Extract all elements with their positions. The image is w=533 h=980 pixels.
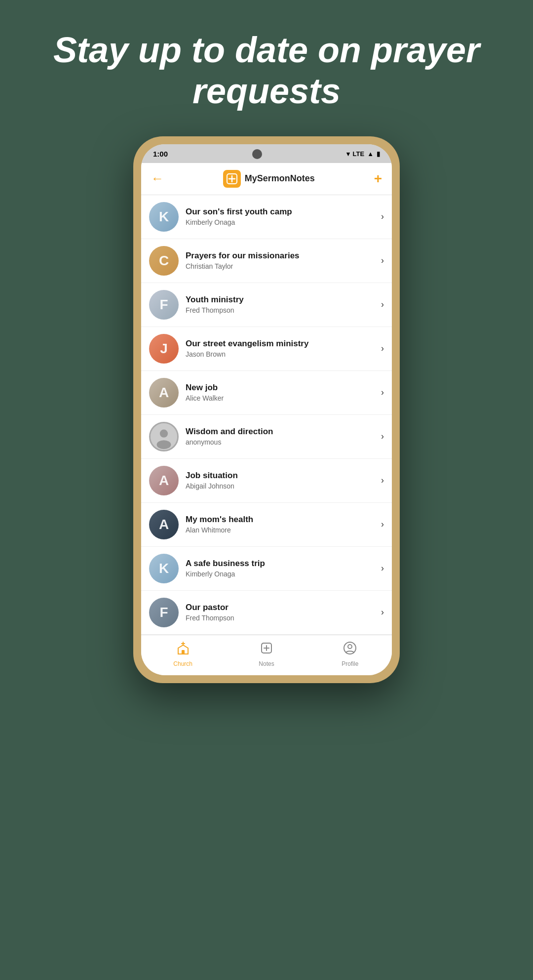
prayer-title: Wisdom and direction — [186, 427, 377, 437]
app-logo: MySermonNotes — [223, 170, 315, 188]
nav-label-church: Church — [173, 660, 192, 667]
prayer-list-item[interactable]: K A safe business trip Kimberly Onaga › — [141, 547, 392, 591]
camera — [252, 149, 262, 159]
lte-label: LTE — [353, 150, 365, 158]
prayer-list-item[interactable]: Wisdom and direction anonymous › — [141, 415, 392, 459]
prayer-author: Kimberly Onaga — [186, 570, 377, 578]
add-button[interactable]: + — [374, 171, 382, 187]
prayer-title: My mom's health — [186, 515, 377, 525]
prayer-title: Our son's first youth camp — [186, 207, 377, 217]
prayer-list-item[interactable]: J Our street evangelism ministry Jason B… — [141, 327, 392, 371]
prayer-author: Alan Whitmore — [186, 526, 377, 534]
svg-point-7 — [348, 645, 352, 649]
prayer-text: Prayers for our missionaries Christian T… — [186, 251, 377, 270]
prayer-author: Fred Thompson — [186, 306, 377, 314]
avatar: F — [149, 598, 179, 627]
chevron-right-icon: › — [381, 475, 384, 486]
prayer-list-item[interactable]: C Prayers for our missionaries Christian… — [141, 239, 392, 283]
prayer-author: Kimberly Onaga — [186, 218, 377, 226]
prayer-text: New job Alice Walker — [186, 383, 377, 402]
avatar — [149, 422, 179, 451]
prayer-text: Our street evangelism ministry Jason Bro… — [186, 339, 377, 358]
prayer-title: Youth ministry — [186, 295, 377, 305]
prayer-title: A safe business trip — [186, 559, 377, 569]
prayer-text: Youth ministry Fred Thompson — [186, 295, 377, 314]
app-header: ← MySermonNotes + — [141, 163, 392, 195]
profile-icon — [343, 641, 357, 658]
prayer-list-item[interactable]: A My mom's health Alan Whitmore › — [141, 503, 392, 547]
prayer-list-item[interactable]: A Job situation Abigail Johnson › — [141, 459, 392, 503]
phone-device: 1:00 ▾ LTE ▲ ▮ ← MySermonNotes — [133, 136, 400, 683]
chevron-right-icon: › — [381, 255, 384, 266]
chevron-right-icon: › — [381, 563, 384, 573]
avatar: K — [149, 202, 179, 232]
prayer-list-item[interactable]: K Our son's first youth camp Kimberly On… — [141, 195, 392, 239]
prayer-text: My mom's health Alan Whitmore — [186, 515, 377, 534]
prayer-title: New job — [186, 383, 377, 393]
back-button[interactable]: ← — [151, 171, 164, 186]
svg-rect-4 — [182, 650, 185, 654]
prayer-text: A safe business trip Kimberly Onaga — [186, 559, 377, 578]
avatar: A — [149, 378, 179, 408]
avatar: C — [149, 246, 179, 276]
prayer-author: anonymous — [186, 438, 377, 446]
prayer-author: Alice Walker — [186, 394, 377, 402]
notes-icon — [260, 641, 273, 658]
nav-label-profile: Profile — [342, 660, 358, 667]
nav-item-profile[interactable]: Profile — [308, 641, 392, 667]
wifi-icon: ▾ — [346, 150, 350, 158]
chevron-right-icon: › — [381, 431, 384, 442]
signal-icon: ▲ — [367, 150, 374, 158]
prayer-title: Our pastor — [186, 603, 377, 612]
avatar: F — [149, 290, 179, 320]
prayer-author: Christian Taylor — [186, 262, 377, 270]
chevron-right-icon: › — [381, 607, 384, 617]
church-icon — [176, 641, 190, 658]
prayer-list: K Our son's first youth camp Kimberly On… — [141, 195, 392, 635]
chevron-right-icon: › — [381, 299, 384, 310]
avatar: J — [149, 334, 179, 364]
prayer-text: Wisdom and direction anonymous — [186, 427, 377, 446]
bottom-nav: Church Notes Profile — [141, 635, 392, 675]
nav-label-notes: Notes — [259, 660, 274, 667]
status-icons: ▾ LTE ▲ ▮ — [346, 150, 380, 158]
status-bar: 1:00 ▾ LTE ▲ ▮ — [141, 144, 392, 163]
svg-point-3 — [157, 440, 171, 449]
svg-point-2 — [160, 429, 168, 437]
hero-title: Stay up to date on prayer requests — [0, 0, 533, 136]
avatar: A — [149, 510, 179, 539]
chevron-right-icon: › — [381, 211, 384, 222]
prayer-title: Our street evangelism ministry — [186, 339, 377, 349]
prayer-author: Jason Brown — [186, 350, 377, 358]
prayer-text: Our son's first youth camp Kimberly Onag… — [186, 207, 377, 226]
prayer-title: Prayers for our missionaries — [186, 251, 377, 261]
prayer-author: Abigail Johnson — [186, 482, 377, 490]
prayer-list-item[interactable]: A New job Alice Walker › — [141, 371, 392, 415]
battery-icon: ▮ — [377, 150, 380, 158]
avatar: A — [149, 466, 179, 495]
prayer-list-item[interactable]: F Youth ministry Fred Thompson › — [141, 283, 392, 327]
avatar: K — [149, 554, 179, 583]
status-time: 1:00 — [153, 150, 168, 158]
chevron-right-icon: › — [381, 387, 384, 398]
nav-item-church[interactable]: Church — [141, 641, 225, 667]
chevron-right-icon: › — [381, 519, 384, 530]
logo-icon — [223, 170, 241, 188]
prayer-text: Our pastor Fred Thompson — [186, 603, 377, 622]
prayer-text: Job situation Abigail Johnson — [186, 471, 377, 490]
chevron-right-icon: › — [381, 343, 384, 354]
prayer-list-item[interactable]: F Our pastor Fred Thompson › — [141, 591, 392, 635]
prayer-author: Fred Thompson — [186, 614, 377, 622]
nav-item-notes[interactable]: Notes — [225, 641, 308, 667]
prayer-title: Job situation — [186, 471, 377, 481]
phone-screen: 1:00 ▾ LTE ▲ ▮ ← MySermonNotes — [141, 144, 392, 675]
app-name: MySermonNotes — [245, 173, 315, 184]
